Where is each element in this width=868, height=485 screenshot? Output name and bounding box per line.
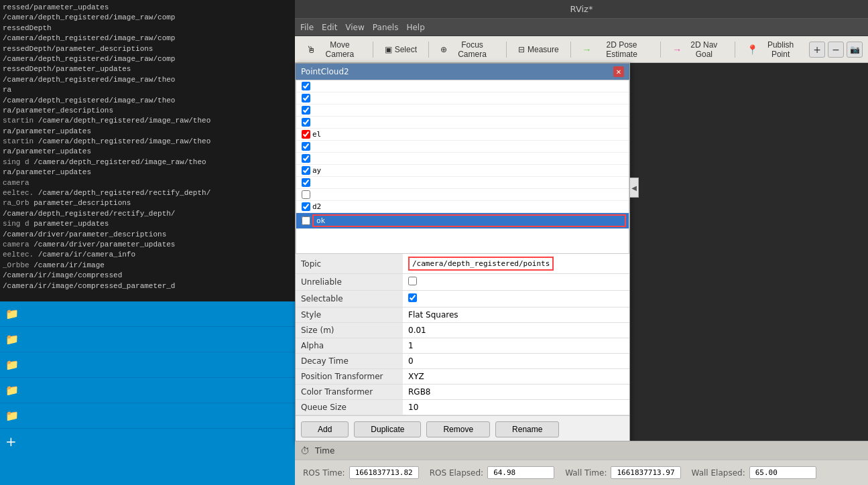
measure-button[interactable]: ⊟ Measure — [512, 40, 565, 60]
topic-checkbox[interactable] — [302, 178, 310, 187]
focus-camera-button[interactable]: ⊕ Focus Camera — [434, 40, 501, 60]
topic-row[interactable]: ay — [296, 165, 629, 177]
terminal-line: ra — [3, 85, 292, 95]
checkbox[interactable] — [299, 202, 312, 211]
select-button[interactable]: ▣ Select — [379, 40, 423, 60]
topic-row-selected[interactable]: ok — [296, 213, 629, 229]
prop-val-size[interactable]: 0.01 — [403, 323, 629, 338]
topic-row[interactable] — [296, 153, 629, 165]
folder-row[interactable]: 📁 — [0, 352, 295, 378]
topic-row[interactable] — [296, 105, 629, 117]
statusbar: ROS Time: 1661837713.82 ROS Elapsed: 64.… — [295, 460, 868, 485]
publish-point-button[interactable]: 📍 Publish Point — [741, 40, 806, 60]
topic-checkbox[interactable] — [302, 142, 310, 151]
terminal-highlighted-line[interactable]: /camera/depth_registered/points — [3, 293, 292, 301]
topic-row[interactable] — [296, 92, 629, 105]
topic-row[interactable]: d2 — [296, 201, 629, 213]
checkbox[interactable] — [299, 82, 312, 90]
topic-checkbox[interactable] — [302, 216, 310, 225]
prop-val-style[interactable]: Flat Squares — [403, 307, 629, 323]
checkbox[interactable] — [299, 142, 312, 151]
topic-row[interactable] — [296, 141, 629, 153]
unreliable-checkbox[interactable] — [408, 277, 417, 285]
terminal-line: /camera/depth_registered/image_raw/comp — [3, 13, 292, 23]
topic-checkbox[interactable] — [302, 118, 310, 127]
selectable-checkbox[interactable] — [408, 293, 417, 302]
duplicate-button[interactable]: Duplicate — [354, 421, 421, 437]
prop-val-queue[interactable]: 10 — [403, 400, 629, 415]
ros-elapsed-group: ROS Elapsed: 64.98 — [430, 466, 554, 479]
topic-checkbox[interactable] — [302, 82, 310, 90]
prop-key-selectable: Selectable — [296, 291, 403, 307]
terminal-line: ressedDepth/parameter_updates — [3, 64, 292, 74]
checkbox[interactable] — [299, 106, 312, 115]
prop-val-color-transform[interactable]: RGB8 — [403, 385, 629, 400]
folder-icon: 📁 — [5, 409, 19, 422]
ros-elapsed-label: ROS Elapsed: — [430, 468, 483, 478]
focus-camera-label: Focus Camera — [450, 40, 495, 59]
checkbox[interactable] — [299, 94, 312, 102]
toolbar-right: + − 📷 — [809, 42, 863, 58]
topic-checkbox[interactable] — [302, 166, 310, 175]
move-camera-icon: 🖱 — [306, 44, 316, 55]
panel-collapse-arrow[interactable]: ◀ — [629, 178, 639, 198]
topic-row[interactable] — [296, 189, 629, 201]
rename-button[interactable]: Rename — [495, 421, 559, 437]
checkbox[interactable] — [299, 190, 312, 199]
menu-edit[interactable]: Edit — [322, 23, 337, 32]
add-icon[interactable]: + — [5, 433, 17, 449]
checkbox[interactable] — [299, 118, 312, 127]
ros-elapsed-value: 64.98 — [487, 466, 554, 479]
terminal-line: eeltec. /camera/depth_registered/rectify… — [3, 188, 292, 198]
toolbar-separator — [373, 42, 373, 58]
topic-row[interactable] — [296, 117, 629, 129]
topic-checkbox[interactable] — [302, 130, 310, 139]
menu-view[interactable]: View — [345, 23, 364, 32]
topic-row[interactable] — [296, 80, 629, 92]
topic-list[interactable]: el ay d2 ok — [296, 80, 629, 254]
topic-checkbox[interactable] — [302, 202, 310, 211]
topic-row[interactable]: el — [296, 129, 629, 141]
remove-button[interactable]: Remove — [426, 421, 490, 437]
toolbar: 🖱 Move Camera ▣ Select ⊕ Focus Camera ⊟ … — [295, 36, 868, 63]
prop-key-topic: Topic — [296, 254, 403, 274]
topic-checkbox[interactable] — [302, 94, 310, 102]
terminal-line: startin /camera/depth_registered/image_r… — [3, 116, 292, 126]
checkbox[interactable] — [299, 216, 312, 225]
pose-estimate-button[interactable]: → 2D Pose Estimate — [576, 40, 656, 60]
dialog-close-button[interactable]: ✕ — [613, 66, 624, 77]
select-icon: ▣ — [385, 45, 392, 54]
prop-val-decay[interactable]: 0 — [403, 354, 629, 369]
prop-val-pos-transform[interactable]: XYZ — [403, 369, 629, 385]
prop-val-unreliable[interactable] — [403, 274, 629, 291]
menu-file[interactable]: File — [300, 23, 314, 32]
topic-value-box[interactable]: /camera/depth_registered/points — [408, 257, 554, 271]
checkbox[interactable] — [299, 166, 312, 175]
prop-val-selectable[interactable] — [403, 291, 629, 307]
checkbox[interactable] — [299, 154, 312, 163]
move-camera-button[interactable]: 🖱 Move Camera — [300, 40, 367, 60]
folder-row[interactable]: 📁 — [0, 403, 295, 429]
measure-label: Measure — [528, 45, 559, 54]
checkbox[interactable] — [299, 178, 312, 187]
menu-panels[interactable]: Panels — [373, 23, 399, 32]
topic-row[interactable] — [296, 177, 629, 189]
prop-row-queue: Queue Size 10 — [296, 400, 629, 415]
prop-val-alpha[interactable]: 1 — [403, 338, 629, 354]
camera-icon-btn[interactable]: 📷 — [847, 42, 863, 58]
menu-help[interactable]: Help — [406, 23, 424, 32]
add-icon-btn[interactable]: + — [809, 42, 825, 58]
prop-val-topic[interactable]: /camera/depth_registered/points — [403, 254, 629, 274]
nav-goal-button[interactable]: → 2D Nav Goal — [666, 40, 729, 60]
topic-checkbox[interactable] — [302, 154, 310, 163]
topic-checkbox[interactable] — [302, 106, 310, 115]
minus-icon-btn[interactable]: − — [828, 42, 844, 58]
folder-row[interactable]: 📁 — [0, 327, 295, 352]
prop-row-decay: Decay Time 0 — [296, 354, 629, 369]
add-button[interactable]: Add — [301, 421, 349, 437]
folder-row[interactable]: 📁 — [0, 301, 295, 327]
checkbox[interactable] — [299, 130, 312, 139]
folder-row[interactable]: 📁 — [0, 378, 295, 403]
folder-row[interactable]: + — [0, 429, 295, 454]
topic-checkbox[interactable] — [302, 190, 310, 199]
